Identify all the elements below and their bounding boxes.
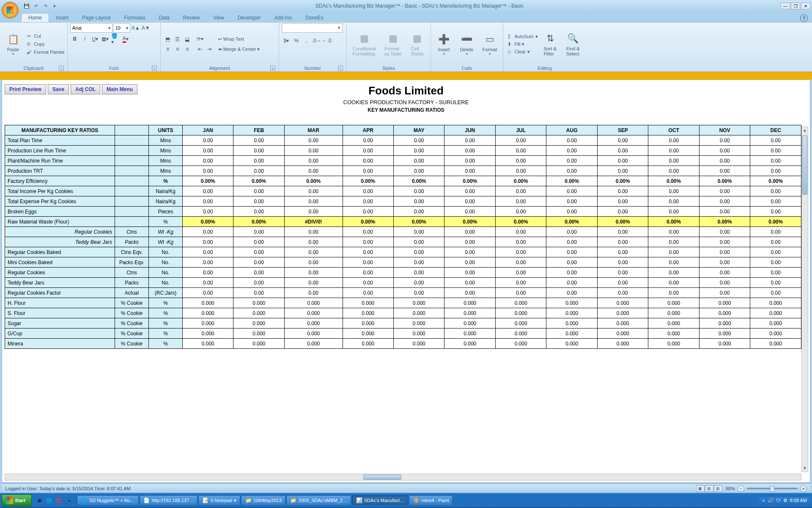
data-cell[interactable]: 0.00% xyxy=(597,176,648,186)
italic-button[interactable]: I xyxy=(80,34,90,44)
ql-browser-icon[interactable]: 🌐 xyxy=(44,495,54,505)
data-cell[interactable]: 0.00 xyxy=(444,247,495,257)
vertical-scrollbar[interactable]: ▲ ▼ xyxy=(801,127,808,472)
data-cell[interactable]: 0.00% xyxy=(750,176,801,186)
border-button[interactable]: ▦▾ xyxy=(101,34,110,44)
data-cell[interactable]: 0.00 xyxy=(444,156,495,166)
row-label[interactable]: Total Expense Per Kg Cookies xyxy=(5,196,115,207)
data-cell[interactable]: 0.00 xyxy=(495,288,546,298)
row-unit[interactable]: Mins xyxy=(149,156,183,166)
data-cell[interactable]: 0.00 xyxy=(444,237,495,247)
data-cell[interactable]: 0.000 xyxy=(699,298,750,308)
data-cell[interactable]: 0.000 xyxy=(343,329,393,339)
tab-formulas[interactable]: Formulas xyxy=(117,14,152,22)
data-cell[interactable]: 0.00 xyxy=(699,278,750,288)
data-cell[interactable]: 0.000 xyxy=(394,308,444,318)
data-cell[interactable]: 0.00 xyxy=(750,166,801,176)
data-cell[interactable]: 0.00 xyxy=(233,166,284,176)
taskbar-item[interactable]: 🌐SD Nuggets™ » No… xyxy=(77,495,139,505)
data-cell[interactable]: 0.00 xyxy=(284,268,343,278)
data-cell[interactable]: 0.00 xyxy=(284,247,343,257)
data-cell[interactable]: 0.000 xyxy=(699,339,750,349)
data-cell[interactable]: 0.00% xyxy=(343,217,393,227)
data-cell[interactable]: 0.00 xyxy=(233,207,284,217)
zoom-level[interactable]: 90% xyxy=(726,486,735,491)
row-label[interactable]: Regular Cookies xyxy=(5,268,115,278)
data-cell[interactable]: 0.00 xyxy=(394,288,444,298)
data-cell[interactable]: 0.000 xyxy=(284,339,343,349)
tray-icon-1[interactable]: 🔊 xyxy=(768,498,774,503)
data-cell[interactable]: 0.00 xyxy=(343,237,393,247)
data-cell[interactable]: 0.00 xyxy=(597,257,648,268)
copy-button[interactable]: ⎘Copy xyxy=(25,41,65,47)
bold-button[interactable]: B xyxy=(70,34,80,44)
data-cell[interactable]: 0.000 xyxy=(597,308,648,318)
data-cell[interactable]: 0.00 xyxy=(699,186,750,196)
data-cell[interactable]: 0.00 xyxy=(183,135,233,146)
data-cell[interactable]: 0.00% xyxy=(444,217,495,227)
main-menu-button[interactable]: Main Menu xyxy=(102,84,137,94)
row-col2[interactable]: Ctns xyxy=(115,268,149,278)
data-cell[interactable]: 0.00 xyxy=(648,288,699,298)
row-unit[interactable]: Mins xyxy=(149,146,183,156)
page-layout-view-icon[interactable]: ▤ xyxy=(705,485,713,492)
data-cell[interactable]: 0.00 xyxy=(343,196,393,207)
row-col2[interactable]: Packs xyxy=(115,278,149,288)
data-cell[interactable]: 0.000 xyxy=(546,298,597,308)
data-cell[interactable]: 0.00 xyxy=(495,196,546,207)
row-col2[interactable] xyxy=(115,196,149,207)
row-label[interactable]: Sugar xyxy=(5,318,115,329)
scroll-up-icon[interactable]: ▲ xyxy=(802,127,808,134)
data-cell[interactable]: 0.00 xyxy=(597,278,648,288)
data-cell[interactable]: 0.00 xyxy=(546,166,597,176)
insert-button[interactable]: ➕Insert▾ xyxy=(433,31,455,58)
tray-icon-3[interactable]: ⚙ xyxy=(783,498,787,503)
print-preview-button[interactable]: Print Preview xyxy=(5,84,46,94)
row-label[interactable]: H. Flour xyxy=(5,298,115,308)
data-cell[interactable]: 0.000 xyxy=(233,308,284,318)
data-cell[interactable]: 0.000 xyxy=(495,329,546,339)
data-cell[interactable]: 0.00 xyxy=(284,166,343,176)
data-cell[interactable]: 0.00 xyxy=(233,278,284,288)
percent-icon[interactable]: % xyxy=(292,36,301,45)
tab-review[interactable]: Review xyxy=(176,14,206,22)
row-label[interactable]: Teddy Bear Jars xyxy=(5,237,115,247)
data-cell[interactable]: 0.00 xyxy=(597,156,648,166)
paste-button[interactable]: 📋 Paste ▾ xyxy=(3,31,24,58)
data-cell[interactable]: 0.00 xyxy=(444,278,495,288)
data-cell[interactable]: 0.00 xyxy=(444,135,495,146)
data-cell[interactable]: 0.000 xyxy=(546,318,597,329)
data-cell[interactable]: 0.000 xyxy=(648,318,699,329)
data-cell[interactable]: 0.00 xyxy=(648,166,699,176)
data-cell[interactable]: 0.000 xyxy=(750,318,801,329)
data-cell[interactable]: 0.00 xyxy=(495,268,546,278)
data-cell[interactable]: 0.000 xyxy=(597,318,648,329)
data-cell[interactable]: 0.00 xyxy=(495,257,546,268)
data-cell[interactable]: 0.00 xyxy=(495,186,546,196)
data-cell[interactable]: 0.000 xyxy=(495,298,546,308)
data-cell[interactable]: 0.00 xyxy=(394,278,444,288)
data-cell[interactable]: 0.00 xyxy=(233,268,284,278)
row-label[interactable]: Raw Material Waste (Flour) xyxy=(5,217,115,227)
row-unit[interactable]: Mins xyxy=(149,166,183,176)
data-cell[interactable]: 0.00 xyxy=(699,156,750,166)
row-label[interactable]: Broken Eggs xyxy=(5,207,115,217)
row-col2[interactable] xyxy=(115,146,149,156)
data-cell[interactable]: 0.00 xyxy=(394,166,444,176)
data-cell[interactable]: 0.00% xyxy=(699,176,750,186)
row-label[interactable]: Factory Efficiency xyxy=(5,176,115,186)
data-cell[interactable]: 0.00% xyxy=(648,217,699,227)
data-cell[interactable]: 0.000 xyxy=(233,298,284,308)
data-cell[interactable]: 0.00 xyxy=(343,288,393,298)
zoom-in-icon[interactable]: + xyxy=(800,485,807,492)
data-cell[interactable]: 0.00% xyxy=(546,176,597,186)
row-unit[interactable]: % xyxy=(149,308,183,318)
increase-decimal-icon[interactable]: .0→ xyxy=(312,36,321,45)
data-cell[interactable]: 0.00 xyxy=(394,156,444,166)
data-cell[interactable]: 0.00 xyxy=(394,146,444,156)
data-cell[interactable]: 0.00 xyxy=(233,247,284,257)
data-cell[interactable]: 0.00 xyxy=(343,156,393,166)
clock[interactable]: 8:08 AM xyxy=(790,498,807,503)
data-cell[interactable]: 0.00 xyxy=(394,257,444,268)
data-cell[interactable]: 0.000 xyxy=(183,298,233,308)
